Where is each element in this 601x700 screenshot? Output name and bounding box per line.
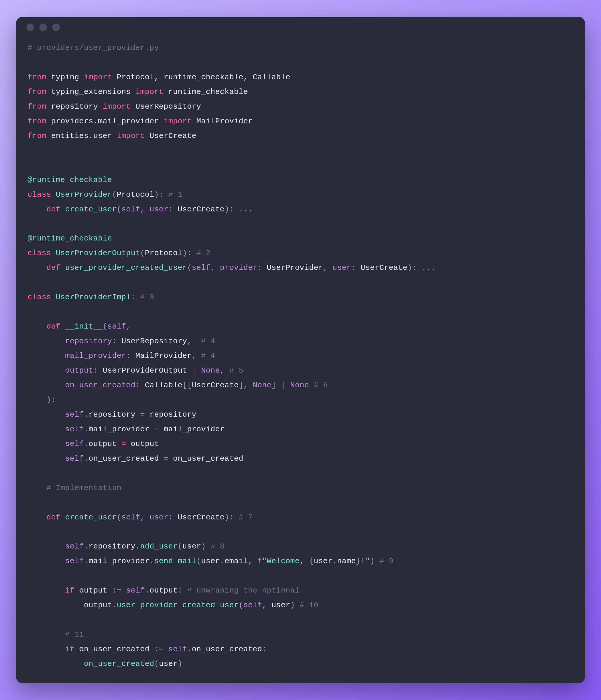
code-token: from bbox=[28, 73, 46, 82]
code-token bbox=[28, 659, 84, 668]
code-token: , bbox=[220, 366, 229, 375]
code-token: __init__ bbox=[65, 322, 103, 331]
code-token bbox=[28, 557, 65, 566]
code-token: ( bbox=[117, 205, 122, 214]
code-token: UserProvider bbox=[267, 264, 323, 272]
code-token bbox=[28, 542, 65, 551]
code-token: ): bbox=[225, 513, 234, 522]
code-token: , bbox=[126, 322, 131, 331]
code-token: UserProvider bbox=[56, 190, 112, 199]
code-token: runtime_checkable bbox=[163, 88, 248, 96]
code-token: Callable bbox=[145, 381, 183, 390]
code-line: if output := self.output: # unwraping th… bbox=[28, 583, 573, 598]
code-token: self bbox=[107, 322, 126, 331]
code-token: self bbox=[65, 425, 84, 434]
code-token bbox=[28, 586, 65, 595]
code-token: ( bbox=[112, 190, 117, 199]
code-line: mail_provider: MailProvider, # 4 bbox=[28, 349, 573, 364]
code-token bbox=[234, 513, 239, 522]
code-token bbox=[163, 190, 168, 199]
code-token: user bbox=[182, 542, 201, 551]
code-token: user_provider_created_user bbox=[117, 601, 239, 609]
code-token: { bbox=[309, 557, 314, 566]
code-token: providers.mail_provider bbox=[46, 117, 164, 126]
code-token bbox=[60, 322, 65, 331]
code-token: self bbox=[243, 601, 262, 609]
code-token: ) bbox=[201, 542, 210, 551]
code-line: @runtime_checkable bbox=[28, 173, 573, 188]
code-token bbox=[28, 205, 46, 214]
code-token: ): bbox=[154, 190, 164, 199]
code-token: : bbox=[351, 264, 361, 272]
code-token bbox=[28, 440, 65, 448]
code-token: ] bbox=[271, 381, 281, 390]
code-token: self bbox=[65, 557, 84, 566]
code-line bbox=[28, 569, 573, 583]
code-token: ( bbox=[178, 542, 182, 551]
code-token: = bbox=[163, 454, 168, 463]
code-token bbox=[286, 381, 290, 390]
window-control-zoom[interactable] bbox=[52, 24, 60, 31]
code-token: entities.user bbox=[46, 131, 117, 140]
code-token: repository bbox=[145, 410, 197, 419]
code-line: def create_user(self, user: UserCreate):… bbox=[28, 202, 573, 217]
code-token: None bbox=[290, 381, 309, 390]
code-token: None bbox=[253, 381, 271, 390]
code-token: mail_provider bbox=[88, 557, 150, 566]
code-token: ( bbox=[196, 557, 201, 566]
code-token: # 1 bbox=[168, 190, 182, 199]
code-token: mail_provider bbox=[159, 425, 225, 434]
code-token: : bbox=[262, 645, 267, 654]
code-token: UserProviderOutput bbox=[103, 366, 192, 375]
code-line: self.output = output bbox=[28, 437, 573, 452]
code-token: UserRepository bbox=[122, 337, 187, 346]
code-token: , bbox=[210, 264, 220, 272]
code-line bbox=[28, 466, 573, 481]
code-token: user bbox=[150, 205, 168, 214]
code-token: := bbox=[154, 645, 164, 654]
code-token: , bbox=[323, 264, 333, 272]
code-token: : bbox=[126, 351, 136, 360]
code-token: self bbox=[122, 205, 140, 214]
code-token: # 8 bbox=[210, 542, 225, 551]
code-line: @runtime_checkable bbox=[28, 231, 573, 246]
code-token bbox=[51, 190, 56, 199]
code-line: output: UserProviderOutput | None, # 5 bbox=[28, 364, 573, 378]
code-token: # 4 bbox=[201, 351, 215, 360]
code-token: = bbox=[154, 425, 159, 434]
window-control-close[interactable] bbox=[26, 24, 34, 31]
code-token: ) bbox=[370, 557, 380, 566]
code-token: . bbox=[84, 440, 88, 448]
code-token: ) bbox=[290, 601, 299, 609]
code-line: def __init__(self, bbox=[28, 320, 573, 334]
code-token: if bbox=[65, 586, 75, 595]
code-token: . bbox=[112, 601, 117, 609]
code-token: output bbox=[84, 601, 112, 609]
code-token bbox=[51, 249, 56, 257]
code-token bbox=[192, 249, 196, 257]
code-token bbox=[60, 513, 65, 522]
code-token: @runtime_checkable bbox=[28, 234, 112, 243]
code-line bbox=[28, 305, 573, 320]
code-token: self bbox=[192, 264, 210, 272]
code-line: self.repository.add_user(user) # 8 bbox=[28, 540, 573, 554]
code-token: f bbox=[257, 557, 262, 566]
code-token: UserCreate bbox=[145, 131, 197, 140]
code-token: : bbox=[93, 366, 103, 375]
code-area[interactable]: # providers/user_provider.py from typing… bbox=[16, 38, 585, 683]
code-line: from entities.user import UserCreate bbox=[28, 129, 573, 144]
code-token: from bbox=[28, 117, 46, 126]
code-line: self.mail_provider = mail_provider bbox=[28, 422, 573, 437]
code-token: class bbox=[28, 293, 51, 302]
code-line bbox=[28, 525, 573, 540]
code-token: # 11 bbox=[65, 630, 84, 639]
code-line bbox=[28, 613, 573, 627]
code-token: := bbox=[112, 586, 122, 595]
code-token: output bbox=[150, 586, 178, 595]
code-line: class UserProviderImpl: # 3 bbox=[28, 290, 573, 305]
code-token: on_user_created bbox=[88, 454, 164, 463]
code-token: ) bbox=[178, 659, 182, 668]
window-control-minimize[interactable] bbox=[39, 24, 47, 31]
code-token: mail_provider bbox=[88, 425, 154, 434]
code-token: add_user bbox=[140, 542, 178, 551]
